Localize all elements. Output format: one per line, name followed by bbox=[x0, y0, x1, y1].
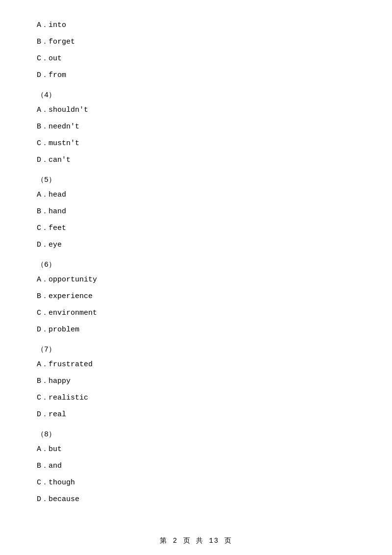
option-item: B．experience bbox=[37, 291, 355, 303]
page-number-text: 第 2 页 共 13 页 bbox=[160, 537, 232, 545]
question-group-4: （4） A．shouldn't B．needn't C．mustn't D．ca… bbox=[37, 90, 355, 166]
option-item: A．but bbox=[37, 444, 355, 455]
option-label: C．out bbox=[37, 54, 62, 63]
option-label: A．frustrated bbox=[37, 360, 93, 369]
question-group-7: （7） A．frustrated B．happy C．realistic D．r… bbox=[37, 345, 355, 421]
option-item: C．though bbox=[37, 477, 355, 489]
option-label: B．and bbox=[37, 462, 62, 470]
option-item: D．because bbox=[37, 494, 355, 505]
option-label: D．real bbox=[37, 410, 66, 419]
option-item: A．frustrated bbox=[37, 359, 355, 371]
option-label: A．head bbox=[37, 191, 66, 199]
option-label: D．problem bbox=[37, 326, 79, 334]
option-item: B．forget bbox=[37, 36, 355, 48]
option-label: B．happy bbox=[37, 377, 71, 385]
option-item: A．head bbox=[37, 189, 355, 201]
question-number: （6） bbox=[37, 260, 355, 269]
option-item: C．realistic bbox=[37, 392, 355, 404]
option-label: D．eye bbox=[37, 241, 62, 249]
question-number: （8） bbox=[37, 429, 355, 439]
question-number: （4） bbox=[37, 90, 355, 100]
option-item: C．mustn't bbox=[37, 138, 355, 150]
option-label: C．environment bbox=[37, 309, 97, 317]
option-item: A．opportunity bbox=[37, 274, 355, 286]
option-label: B．forget bbox=[37, 38, 75, 46]
option-label: D．from bbox=[37, 71, 66, 79]
option-item: D．from bbox=[37, 70, 355, 81]
option-label: A．shouldn't bbox=[37, 106, 88, 114]
option-item: B．needn't bbox=[37, 121, 355, 133]
option-label: B．experience bbox=[37, 292, 93, 301]
option-label: A．but bbox=[37, 445, 62, 454]
option-item: A．into bbox=[37, 20, 355, 31]
option-label: D．because bbox=[37, 495, 79, 504]
option-item: D．problem bbox=[37, 324, 355, 336]
option-label: B．hand bbox=[37, 207, 66, 216]
option-label: C．realistic bbox=[37, 394, 88, 402]
option-item: C．out bbox=[37, 53, 355, 65]
question-group-1: A．into B．forget C．out D．from bbox=[37, 20, 355, 81]
page-footer: 第 2 页 共 13 页 bbox=[0, 536, 392, 545]
option-label: A．into bbox=[37, 21, 66, 29]
option-item: D．can't bbox=[37, 154, 355, 166]
question-number: （5） bbox=[37, 175, 355, 184]
option-item: D．eye bbox=[37, 239, 355, 251]
option-label: D．can't bbox=[37, 156, 71, 164]
option-item: B．happy bbox=[37, 376, 355, 387]
question-group-8: （8） A．but B．and C．though D．because bbox=[37, 429, 355, 505]
option-item: D．real bbox=[37, 409, 355, 421]
option-label: C．mustn't bbox=[37, 139, 79, 148]
option-item: B．hand bbox=[37, 206, 355, 218]
option-label: B．needn't bbox=[37, 123, 79, 131]
question-group-5: （5） A．head B．hand C．feet D．eye bbox=[37, 175, 355, 251]
question-group-6: （6） A．opportunity B．experience C．environ… bbox=[37, 260, 355, 336]
option-item: C．feet bbox=[37, 223, 355, 234]
option-label: C．though bbox=[37, 479, 75, 487]
option-label: A．opportunity bbox=[37, 276, 97, 284]
main-content: A．into B．forget C．out D．from （4） A．shoul… bbox=[0, 0, 392, 540]
option-item: B．and bbox=[37, 460, 355, 472]
option-label: C．feet bbox=[37, 224, 66, 232]
question-number: （7） bbox=[37, 345, 355, 354]
option-item: C．environment bbox=[37, 307, 355, 319]
option-item: A．shouldn't bbox=[37, 104, 355, 116]
